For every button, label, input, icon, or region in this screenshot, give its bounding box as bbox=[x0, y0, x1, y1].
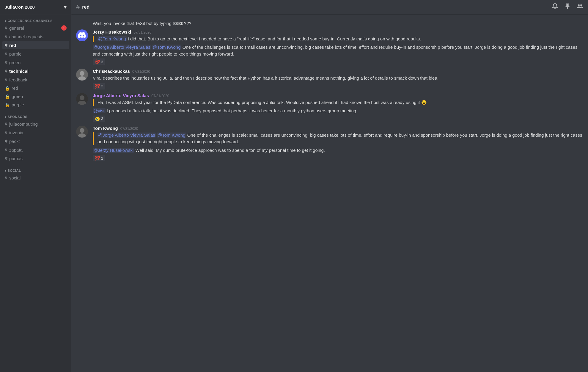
message-text: Wait, you invoke that TeXit bot by typin… bbox=[93, 21, 191, 26]
svg-point-4 bbox=[80, 95, 84, 100]
channel-zapata[interactable]: # zapata bbox=[2, 146, 69, 154]
pin-icon[interactable] bbox=[564, 3, 571, 11]
reaction-100-jerzy[interactable]: 💯 3 bbox=[93, 59, 105, 65]
social-section-label[interactable]: ▾ SOCIAL bbox=[2, 169, 69, 172]
sponsors-section: ▾ SPONSORS # juliacomputing # invenia # … bbox=[0, 110, 71, 164]
members-icon[interactable] bbox=[577, 3, 583, 11]
hash-icon: # bbox=[5, 42, 7, 48]
channel-invenia[interactable]: # invenia bbox=[2, 128, 69, 137]
server-name: JuliaCon 2020 bbox=[5, 4, 35, 10]
mention-tom2: @Tom Kwong bbox=[152, 45, 181, 50]
channel-general[interactable]: # general 1 bbox=[2, 24, 69, 32]
reaction-emoji: 💯 bbox=[95, 59, 100, 64]
svg-point-7 bbox=[80, 128, 84, 133]
channel-juliacomputing[interactable]: # juliacomputing bbox=[2, 120, 69, 128]
message-content-chris: ChrisRackauckas 07/31/2020 Viral describ… bbox=[93, 69, 583, 89]
reactions-chris: 💯 2 bbox=[93, 82, 583, 89]
hash-icon: # bbox=[5, 34, 7, 39]
timestamp-chris: 07/31/2020 bbox=[132, 70, 150, 74]
author-name-jorge: Jorge Alberto Vieyra Salas bbox=[93, 93, 149, 98]
channel-pumas[interactable]: # pumas bbox=[2, 154, 69, 163]
hash-icon: # bbox=[5, 156, 7, 161]
svg-point-1 bbox=[80, 71, 84, 76]
author-name-chris: ChrisRackauckas bbox=[93, 69, 130, 74]
mention-tom: @Tom Kwong bbox=[98, 36, 127, 41]
header-actions bbox=[552, 3, 583, 11]
message-group-jerzy: Jerzy Husakowski 07/31/2020 @Tom Kwong I… bbox=[71, 28, 588, 67]
sponsors-section-label[interactable]: ▾ SPONSORS bbox=[2, 115, 69, 119]
reaction-100-chris[interactable]: 💯 2 bbox=[93, 83, 105, 89]
channel-packt[interactable]: # packt bbox=[2, 137, 69, 145]
avatar-tom bbox=[76, 126, 88, 138]
channel-channel-requests[interactable]: # channel-requests bbox=[2, 32, 69, 41]
message-group-tom: Tom Kwong 07/31/2020 @Jorge Alberto Viey… bbox=[71, 124, 588, 163]
reaction-emoji: 💯 bbox=[95, 156, 100, 160]
section-chevron-icon: ▾ bbox=[5, 115, 7, 119]
channel-purple[interactable]: # purple bbox=[2, 50, 69, 58]
unread-badge: 1 bbox=[61, 25, 67, 31]
mention-jorge2: @Jorge Alberto Vieyra Salas bbox=[98, 133, 156, 138]
message-text-jerzy: @Jorge Alberto Vieyra Salas @Tom Kwong O… bbox=[93, 44, 583, 57]
section-chevron-icon: ▾ bbox=[5, 19, 7, 23]
message-content-tom: Tom Kwong 07/31/2020 @Jorge Alberto Viey… bbox=[93, 126, 583, 162]
message-text-tom: @Jerzy Husakowski Well said. My dumb bru… bbox=[93, 147, 583, 154]
channel-technical[interactable]: # technical bbox=[2, 67, 69, 75]
message-text-jorge: @visr I proposed a Julia talk, but it wa… bbox=[93, 108, 583, 114]
reactions-jerzy: 💯 3 bbox=[93, 57, 583, 65]
author-name-tom: Tom Kwong bbox=[93, 126, 118, 131]
hash-icon: # bbox=[5, 147, 7, 152]
server-header[interactable]: JuliaCon 2020 ▾ bbox=[0, 0, 71, 14]
message-content-jorge: Jorge Alberto Vieyra Salas 07/31/2020 Ha… bbox=[93, 93, 583, 122]
channel-header: # red bbox=[71, 0, 588, 14]
hash-icon: # bbox=[5, 68, 7, 74]
reaction-sad-jorge[interactable]: 😢 3 bbox=[93, 116, 105, 122]
channel-purple-locked[interactable]: 🔒 purple bbox=[2, 101, 69, 109]
bell-icon[interactable] bbox=[552, 3, 558, 11]
hash-icon: # bbox=[5, 121, 7, 127]
hash-icon: # bbox=[5, 25, 7, 31]
mention-jorge: @Jorge Alberto Vieyra Salas bbox=[93, 45, 151, 50]
mention-jerzy: @Jerzy Husakowski bbox=[93, 148, 134, 153]
conference-channels-section: ▾ CONFERENCE CHANNELS # general 1 # chan… bbox=[0, 14, 71, 110]
hash-icon: # bbox=[5, 138, 7, 144]
hash-icon: # bbox=[5, 175, 7, 180]
channel-green-locked[interactable]: 🔒 green bbox=[2, 92, 69, 100]
lock-icon: 🔒 bbox=[5, 94, 10, 99]
message-text-chris: Viral describes the industries using Jul… bbox=[93, 75, 583, 82]
reaction-emoji: 😢 bbox=[95, 116, 100, 121]
author-name-jerzy: Jerzy Husakowski bbox=[93, 29, 131, 34]
message-header-tom: Tom Kwong 07/31/2020 bbox=[93, 126, 583, 131]
channel-social[interactable]: # social bbox=[2, 174, 69, 182]
channel-header-hash-icon: # bbox=[76, 3, 80, 11]
reaction-100-tom[interactable]: 💯 2 bbox=[93, 155, 105, 161]
channel-green[interactable]: # green bbox=[2, 58, 69, 67]
message-content-jerzy: Jerzy Husakowski 07/31/2020 @Tom Kwong I… bbox=[93, 29, 583, 65]
hash-icon: # bbox=[5, 51, 7, 56]
partial-message-texitbot: Wait, you invoke that TeXit bot by typin… bbox=[71, 19, 588, 28]
timestamp-tom: 07/31/2020 bbox=[120, 127, 138, 131]
mention-visr: @visr bbox=[93, 108, 106, 113]
message-header-chris: ChrisRackauckas 07/31/2020 bbox=[93, 69, 583, 74]
lock-icon: 🔒 bbox=[5, 103, 10, 107]
message-group-chris: ChrisRackauckas 07/31/2020 Viral describ… bbox=[71, 67, 588, 91]
quoted-message-jorge: Ha, I was at ASML last year for the PyDa… bbox=[93, 99, 583, 106]
messages-container: Wait, you invoke that TeXit bot by typin… bbox=[71, 14, 588, 372]
channel-red-locked[interactable]: 🔒 red bbox=[2, 84, 69, 92]
reactions-tom: 💯 2 bbox=[93, 154, 583, 161]
reaction-count: 3 bbox=[101, 60, 103, 64]
hash-icon: # bbox=[5, 130, 7, 135]
timestamp-jorge: 07/31/2020 bbox=[151, 94, 169, 98]
channel-feedback[interactable]: # feedback bbox=[2, 75, 69, 84]
timestamp-jerzy: 07/31/2020 bbox=[133, 30, 151, 34]
conference-section-label[interactable]: ▾ CONFERENCE CHANNELS bbox=[2, 19, 69, 23]
mention-tom3: @Tom Kwong bbox=[157, 133, 186, 138]
channel-header-name: red bbox=[82, 4, 89, 10]
message-group-jorge: Jorge Alberto Vieyra Salas 07/31/2020 Ha… bbox=[71, 92, 588, 123]
chevron-down-icon: ▾ bbox=[64, 4, 67, 10]
reaction-count: 3 bbox=[101, 116, 103, 121]
reactions-jorge: 😢 3 bbox=[93, 114, 583, 122]
avatar-jorge bbox=[76, 93, 88, 105]
channel-red[interactable]: # red bbox=[2, 41, 69, 49]
quoted-message-tom: @Jorge Alberto Vieyra Salas @Tom Kwong O… bbox=[93, 132, 583, 145]
quoted-message-jerzy: @Tom Kwong I did that. But to go to the … bbox=[93, 36, 583, 42]
